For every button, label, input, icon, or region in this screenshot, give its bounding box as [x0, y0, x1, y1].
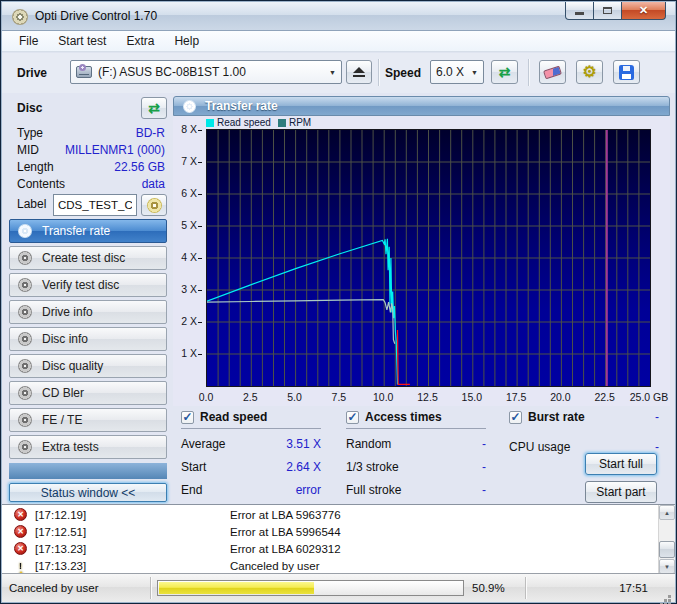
error-icon: ✕ [14, 525, 27, 538]
sidebar-item-label: Disc info [42, 332, 88, 346]
main-panel: Transfer rate Read speed RPM 1 X2 X3 X4 … [173, 96, 670, 501]
scroll-down-button[interactable]: ▼ [659, 559, 675, 574]
legend-rpm: RPM [289, 117, 311, 128]
toolbar-separator [528, 59, 529, 86]
log-entry-time: [17:12.19] [35, 509, 86, 521]
y-tick-label: 8 X [173, 123, 202, 135]
eject-button[interactable] [346, 60, 372, 84]
disc-row-contents: Contentsdata [9, 176, 167, 193]
tools-button[interactable]: ⚙ [576, 60, 603, 84]
sidebar-item-label: FE / TE [42, 413, 82, 427]
drive-select[interactable]: (F:) ASUS BC-08B1ST 1.00 ▼ [70, 60, 342, 84]
x-tick-label: 25.0 GB [621, 391, 677, 403]
disc-icon [18, 224, 32, 238]
disc-label-button[interactable] [141, 194, 167, 216]
log-entry-time: [17:12.51] [35, 526, 86, 538]
speed-select[interactable]: 6.0 X ▼ [430, 60, 484, 84]
rpm-swatch [278, 119, 286, 127]
burst-rate-value: - [655, 410, 659, 424]
disc-icon [18, 413, 32, 427]
sidebar-item-fe-te[interactable]: FE / TE [9, 408, 167, 432]
status-log-rows: ✕[17:12.19]Error at LBA 5963776✕[17:12.5… [2, 507, 657, 575]
scrollbar-thumb[interactable] [659, 541, 675, 558]
speed-label: Speed [385, 66, 421, 80]
close-icon: ✕ [639, 4, 648, 17]
gold-disc-icon [147, 198, 162, 213]
access-times-checkbox[interactable]: ✓ [346, 411, 359, 424]
disc-row-label: Contents [17, 177, 65, 191]
log-entry-time: [17:13.23] [35, 543, 86, 555]
erase-disc-button[interactable] [539, 60, 566, 84]
log-entry-message: Canceled by user [230, 560, 320, 572]
refresh-disc-button[interactable]: ⇄ [141, 97, 167, 119]
one-third-stroke-label: 1/3 stroke [346, 460, 399, 474]
y-tick-label: 1 X [173, 347, 202, 359]
start-full-button[interactable]: Start full [585, 453, 657, 475]
sidebar-item-label: Verify test disc [42, 278, 119, 292]
chart-header: Transfer rate [173, 96, 670, 116]
scroll-down-icon: ▼ [664, 564, 670, 570]
drive-icon [76, 66, 92, 78]
sidebar-item-label: Disc quality [42, 359, 103, 373]
menu-item-file[interactable]: File [9, 32, 48, 51]
refresh-icon: ⇄ [499, 65, 511, 79]
minimize-button[interactable] [565, 2, 594, 20]
log-entry: ✕[17:12.19]Error at LBA 5963776 [2, 507, 657, 524]
disc-row-value: MILLENMR1 (000) [65, 143, 165, 157]
window-title: Opti Drive Control 1.70 [35, 9, 157, 23]
drive-label: Drive [17, 66, 47, 80]
disc-label-input[interactable] [53, 194, 137, 216]
burst-rate-checkbox[interactable]: ✓ [509, 411, 522, 424]
disc-info-rows: TypeBD-RMIDMILLENMR1 (000)Length22.56 GB… [9, 125, 167, 193]
save-button[interactable] [613, 60, 640, 84]
chart-title: Transfer rate [205, 99, 278, 113]
read-speed-checkbox[interactable]: ✓ [181, 411, 194, 424]
menu-item-extra[interactable]: Extra [116, 32, 164, 51]
disc-icon [18, 386, 32, 400]
status-bar: Canceled by user 50.9% 17:51 [2, 573, 675, 602]
sidebar-item-create-test-disc[interactable]: Create test disc [9, 246, 167, 270]
title-bar: Opti Drive Control 1.70 ✕ [2, 2, 675, 31]
resize-grip[interactable] [668, 595, 671, 598]
scroll-up-button[interactable]: ▲ [659, 505, 675, 520]
start-part-button[interactable]: Start part [585, 481, 657, 503]
floppy-save-icon [619, 65, 634, 80]
status-log-scrollbar[interactable]: ▲ ▼ [658, 505, 675, 574]
maximize-button[interactable] [594, 2, 621, 20]
sidebar-item-transfer-rate[interactable]: Transfer rate [9, 219, 167, 243]
sidebar-item-disc-quality[interactable]: Disc quality [9, 354, 167, 378]
average-label: Average [181, 437, 225, 451]
log-entry: ✕[17:12.51]Error at LBA 5996544 [2, 524, 657, 541]
sidebar-item-verify-test-disc[interactable]: Verify test disc [9, 273, 167, 297]
chevron-down-icon: ▼ [465, 69, 478, 76]
menu-item-help[interactable]: Help [164, 32, 209, 51]
log-entry-message: Error at LBA 5963776 [230, 509, 341, 521]
disc-row-label: Type [17, 126, 43, 140]
sidebar-item-drive-info[interactable]: Drive info [9, 300, 167, 324]
cpu-usage-value: - [655, 440, 659, 454]
divider [346, 428, 486, 429]
progress-bar [157, 580, 464, 596]
sidebar-strip [9, 463, 167, 479]
eraser-icon [543, 65, 562, 79]
status-window-toggle[interactable]: Status window << [9, 483, 167, 502]
disc-icon [18, 278, 32, 292]
progress-percent: 50.9% [472, 582, 505, 594]
end-label: End [181, 483, 202, 497]
cpu-usage-label: CPU usage [509, 440, 570, 454]
refresh-speed-button[interactable]: ⇄ [491, 60, 518, 84]
chart-body: Read speed RPM 1 X2 X3 X4 X5 X6 X7 X8 X … [173, 116, 670, 406]
sidebar-item-cd-bler[interactable]: CD Bler [9, 381, 167, 405]
close-button[interactable]: ✕ [621, 2, 666, 20]
menu-item-start-test[interactable]: Start test [48, 32, 116, 51]
disc-row-value: data [142, 177, 165, 191]
error-icon: ✕ [14, 542, 27, 555]
sidebar-item-extra-tests[interactable]: Extra tests [9, 435, 167, 459]
chevron-down-icon: ▼ [323, 69, 336, 76]
disc-icon [18, 440, 32, 454]
y-tick-label: 5 X [173, 219, 202, 231]
disc-row-length: Length22.56 GB [9, 159, 167, 176]
sidebar-item-disc-info[interactable]: Disc info [9, 327, 167, 351]
y-tick-label: 2 X [173, 315, 202, 327]
log-entry-time: [17:13.23] [35, 560, 86, 572]
